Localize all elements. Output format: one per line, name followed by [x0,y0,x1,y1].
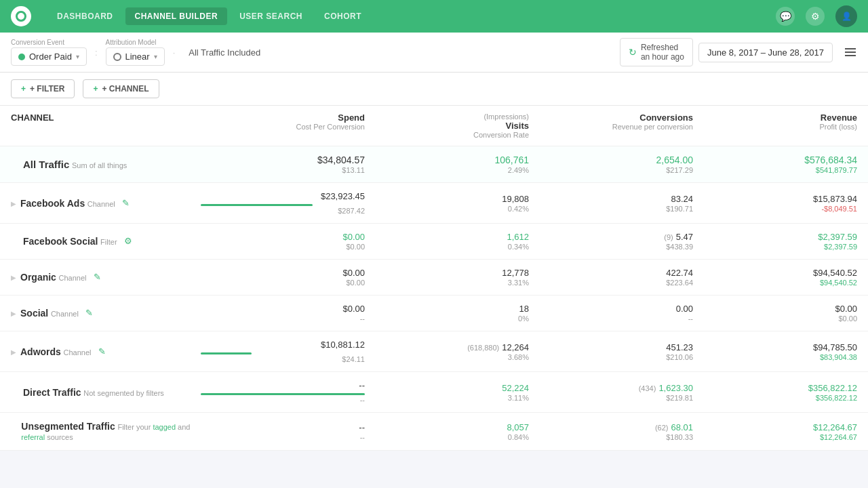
date-range-picker[interactable]: June 8, 2017 – June 28, 2017 [698,43,833,62]
expand-icon[interactable]: ▶ [11,274,16,281]
conversions-value: 83.24 [529,194,693,204]
logo[interactable] [11,6,31,26]
visits-value: (618,880)12,264 [365,342,529,352]
visits-value: 8,057 [365,422,529,432]
data-table: CHANNEL Spend Cost Per Conversion (Impre… [0,106,868,451]
row-sub: Not segmented by filters [83,389,164,397]
revenue-cell: $0.00 $0.00 [693,304,857,323]
revenue-sub-value: $94,540.52 [693,279,857,287]
row-name: All Traffic [23,159,69,170]
row-sub: Filter [100,238,117,246]
revenue-sub-value: -$8,049.51 [693,205,857,213]
row-name: Facebook Ads [20,198,85,209]
visits-value: 52,224 [365,383,529,393]
gear-icon[interactable]: ⚙ [806,7,825,26]
spend-bar [201,393,365,395]
spend-bar [201,352,365,354]
row-name-cell: All Traffic Sum of all things [11,159,201,170]
referral-link[interactable]: referral [21,433,45,441]
attribution-model-group: Attribution Model Linear ▾ [106,39,165,66]
conversion-event-value: Order Paid [29,52,72,62]
table-row: ▶ Adwords Channel ✎ $10,881.12 $24.11 (6… [0,331,868,372]
revenue-sub-value: $0.00 [693,314,857,323]
col-visits-sub: Conversion Rate [365,131,529,139]
row-icons: ✎ [122,198,130,208]
nav-cohort[interactable]: Cohort [315,7,371,25]
conversions-cell: (62)68.01 $180.33 [529,422,693,441]
row-name-cell: Direct Traffic Not segmented by filters [11,387,201,398]
row-name: Organic [20,272,56,283]
conversions-value: 2,654.00 [529,155,693,165]
plus-icon: + [21,84,26,94]
refresh-icon: ↻ [629,47,637,58]
attribution-model-dropdown[interactable]: Linear ▾ [106,47,165,66]
date-range-value: June 8, 2017 – June 28, 2017 [707,47,824,58]
edit-icon[interactable]: ✎ [85,308,93,318]
add-filter-button[interactable]: + + FILTER [11,79,75,98]
conversions-cell: 451.23 $210.06 [529,342,693,361]
refresh-button[interactable]: ↻ Refreshed an hour ago [620,38,693,66]
visits-cell: 1,612 0.34% [365,232,529,251]
revenue-value: $576,684.34 [693,155,857,165]
nav-user-search[interactable]: User Search [230,7,312,25]
spend-cell: $0.00 -- [201,304,365,323]
traffic-filter-label: All Traffic Included [189,47,260,58]
conversions-cell: (434)1,623.30 $219.81 [529,383,693,402]
row-icons: ✎ [94,272,101,282]
view-options-icon[interactable] [844,45,857,59]
col-visits-title: Visits [365,121,529,131]
toolbar: Conversion Event Order Paid ▾ : Attribut… [0,33,868,73]
visits-sub-value: 0.34% [365,243,529,251]
conversions-cell: (9)5.47 $438.39 [529,232,693,251]
visits-value: 106,761 [365,155,529,165]
revenue-sub-value: $356,822.12 [693,394,857,402]
conversions-sub-value: -- [529,314,693,323]
conversions-sub-value: $223.64 [529,279,693,287]
revenue-value: $94,785.50 [693,342,857,352]
edit-icon[interactable]: ✎ [94,272,101,282]
avatar[interactable]: 👤 [835,5,857,27]
nav-channel-builder[interactable]: Channel Builder [125,7,228,25]
revenue-value: $356,822.12 [693,383,857,393]
expand-icon[interactable]: ▶ [11,348,16,356]
revenue-value: $2,397.59 [693,232,857,242]
visits-sub-value: 0% [365,314,529,323]
conversion-event-label: Conversion Event [11,39,87,46]
expand-icon[interactable]: ▶ [11,200,16,207]
edit-icon[interactable]: ✎ [98,346,106,357]
row-name: Facebook Social [23,236,98,247]
visits-cell: 18 0% [365,304,529,323]
nav-dashboard[interactable]: Dashboard [47,7,123,25]
visits-cell: 12,778 3.31% [365,268,529,287]
spend-cell: -- -- [201,422,365,441]
conversion-event-dropdown[interactable]: Order Paid ▾ [11,47,87,66]
add-channel-button[interactable]: + + CHANNEL [83,79,159,98]
revenue-cell: $12,264.67 $12,264.67 [693,422,857,441]
conversions-cell: 83.24 $190.71 [529,194,693,213]
row-icons: ✎ [98,346,106,357]
chevron-down-icon: ▾ [154,53,157,60]
revenue-value: $15,873.94 [693,194,857,204]
gear-icon[interactable]: ⚙ [124,236,132,246]
edit-icon[interactable]: ✎ [122,198,130,208]
visits-sub-value: 3.31% [365,279,529,287]
revenue-cell: $2,397.59 $2,397.59 [693,232,857,251]
tagged-link[interactable]: tagged [153,423,176,431]
chat-icon[interactable]: 💬 [776,7,795,26]
spend-value: $23,923.45 [201,191,365,201]
row-name: Direct Traffic [23,387,81,398]
row-name: Unsegmented Traffic [21,421,115,432]
col-revenue: Revenue Profit (loss) [693,113,857,139]
revenue-sub-value: $2,397.59 [693,243,857,251]
conversions-value: 422.74 [529,268,693,278]
filter-bar: + + FILTER + + CHANNEL [0,73,868,106]
separator: : [95,47,98,58]
expand-icon[interactable]: ▶ [11,310,16,317]
spend-cell: $0.00 $0.00 [201,268,365,287]
col-visits-pre: (Impressions) [365,113,529,121]
channel-btn-label: + CHANNEL [102,84,149,94]
spend-value: -- [201,380,365,390]
spend-sub-value: $0.00 [201,279,365,287]
revenue-cell: $356,822.12 $356,822.12 [693,383,857,402]
visits-sub-value: 0.84% [365,433,529,441]
